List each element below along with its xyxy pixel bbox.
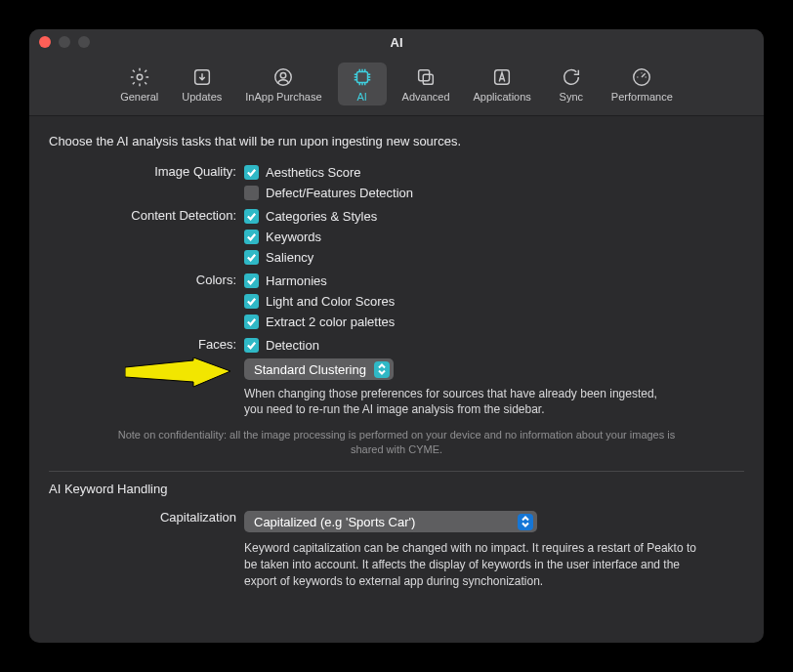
prefs-toolbar: General Updates InApp Purchase AI Advanc… <box>29 55 764 116</box>
window-title: AI <box>29 35 764 50</box>
tab-label: Advanced <box>402 91 450 103</box>
faces-clustering-popup[interactable]: Standard Clustering <box>244 358 394 380</box>
checkbox-extract-palettes[interactable] <box>244 315 259 329</box>
checkbox-label: Saliency <box>266 250 313 265</box>
letter-a-icon <box>491 66 513 88</box>
checkbox-label: Extract 2 color palettes <box>266 315 395 329</box>
confidentiality-note: Note on confidentiality: all the image p… <box>49 420 744 471</box>
intro-text: Choose the AI analysis tasks that will b… <box>49 134 744 148</box>
capitalization-popup[interactable]: Capitalized (e.g 'Sports Car') <box>244 511 537 532</box>
popup-value: Capitalized (e.g 'Sports Car') <box>254 515 423 529</box>
checkbox-label: Harmonies <box>266 273 327 288</box>
tab-label: Performance <box>611 91 673 103</box>
preferences-window: AI General Updates InApp Purchase AI <box>29 29 764 643</box>
tab-updates[interactable]: Updates <box>174 63 230 105</box>
popup-value: Standard Clustering <box>254 362 374 377</box>
titlebar: AI <box>29 29 764 55</box>
tab-label: Updates <box>182 91 222 103</box>
checkbox-harmonies[interactable] <box>244 273 259 288</box>
group-label-colors: Colors: <box>49 271 244 287</box>
tab-label: Sync <box>560 91 583 103</box>
checkbox-label: Keywords <box>266 230 321 244</box>
group-label-faces: Faces: <box>49 335 244 352</box>
checkbox-keywords[interactable] <box>244 230 259 244</box>
checkbox-label: Light and Color Scores <box>266 294 395 309</box>
capitalization-note: Keyword capitalization can be changed wi… <box>244 532 703 589</box>
svg-rect-4 <box>356 72 367 83</box>
tab-label: AI <box>356 91 366 103</box>
gauge-icon <box>631 66 652 88</box>
checkbox-categories-styles[interactable] <box>244 209 259 224</box>
tab-inapp[interactable]: InApp Purchase <box>237 63 329 105</box>
sync-icon <box>561 66 582 88</box>
checkbox-label: Detection <box>266 338 319 353</box>
group-label-content-detection: Content Detection: <box>49 206 244 223</box>
gear-icon <box>129 66 150 88</box>
overlay-icon <box>415 66 437 88</box>
checkbox-aesthetics-score[interactable] <box>244 165 259 180</box>
group-label-image-quality: Image Quality: <box>49 162 244 179</box>
svg-point-0 <box>137 74 143 80</box>
tab-label: Applications <box>474 91 531 103</box>
svg-rect-6 <box>423 74 433 84</box>
checkbox-label: Defect/Features Detection <box>266 186 413 200</box>
section-keyword-handling: AI Keyword Handling <box>49 482 744 496</box>
checkbox-light-color-scores[interactable] <box>244 294 259 309</box>
rerun-note: When changing those preferences for sour… <box>244 380 674 417</box>
tab-label: InApp Purchase <box>245 91 321 103</box>
checkbox-label: Aesthetics Score <box>266 165 361 180</box>
updown-icon <box>374 361 390 378</box>
download-icon <box>191 66 213 88</box>
checkbox-defect-detection[interactable] <box>244 186 259 200</box>
checkbox-faces-detection[interactable] <box>244 338 259 353</box>
tab-advanced[interactable]: Advanced <box>395 63 458 105</box>
tab-sync[interactable]: Sync <box>547 63 596 105</box>
divider <box>49 471 744 472</box>
content-pane: Choose the AI analysis tasks that will b… <box>29 116 764 643</box>
tab-ai[interactable]: AI <box>338 63 387 105</box>
checkbox-saliency[interactable] <box>244 250 259 265</box>
checkbox-label: Categories & Styles <box>266 209 377 224</box>
tab-applications[interactable]: Applications <box>466 63 539 105</box>
tab-label: General <box>120 91 158 103</box>
tab-performance[interactable]: Performance <box>604 63 681 105</box>
updown-icon <box>518 514 533 530</box>
capitalization-label: Capitalization <box>49 508 244 525</box>
chip-icon <box>352 66 373 88</box>
person-circle-icon <box>272 66 294 88</box>
tab-general[interactable]: General <box>112 63 166 105</box>
svg-point-3 <box>281 72 287 78</box>
